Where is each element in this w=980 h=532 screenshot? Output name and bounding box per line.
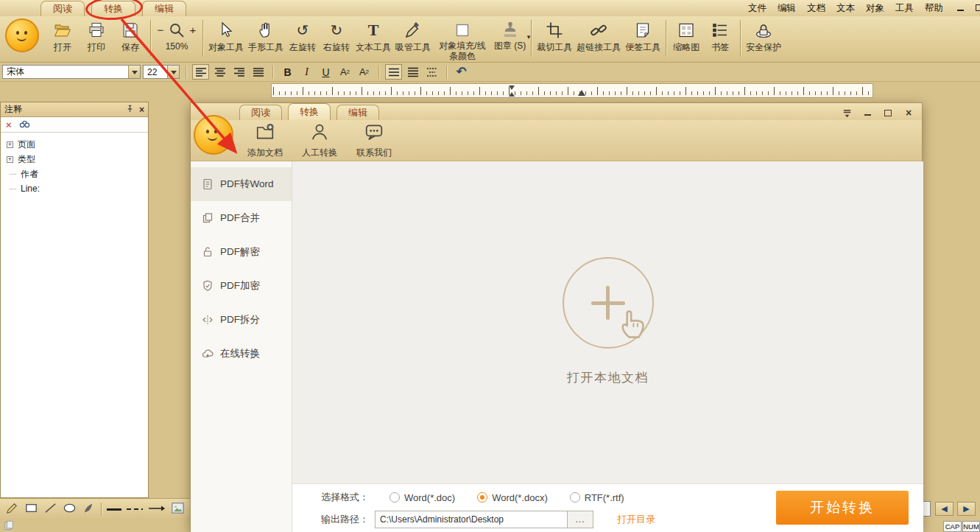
menu-item-3[interactable]: 文档 [807, 2, 825, 15]
find-annotation-icon[interactable] [19, 118, 30, 131]
main-tab-1[interactable]: 阅读 [40, 1, 85, 16]
superscript-button[interactable]: A2 [336, 64, 353, 80]
maximize-button[interactable] [882, 108, 894, 118]
align-right-button[interactable] [230, 64, 247, 80]
output-path-input[interactable] [375, 511, 568, 528]
pen-tool-icon[interactable] [82, 501, 96, 517]
add-document-button[interactable]: 添加文档 [244, 122, 286, 159]
open-directory-link[interactable]: 打开目录 [617, 513, 655, 526]
align-center-button[interactable] [211, 64, 228, 80]
delete-annotation-icon[interactable]: × [6, 120, 12, 130]
minimize-button[interactable] [953, 2, 967, 13]
converter-nav-item-3[interactable]: PDF解密 [191, 235, 292, 269]
menu-item-4[interactable]: 文本 [836, 2, 855, 15]
subscript-button[interactable]: A2 [356, 64, 373, 80]
skin-menu-icon[interactable] [841, 108, 853, 118]
align-left-button[interactable] [192, 64, 209, 80]
tab-marker[interactable] [578, 90, 585, 96]
align-justify-button[interactable] [250, 64, 267, 80]
menu-item-7[interactable]: 帮助 [925, 2, 943, 15]
menu-item-5[interactable]: 对象 [866, 2, 884, 15]
bookmark-button[interactable]: 书签 [703, 18, 737, 55]
thumbnail-button[interactable]: 缩略图 [669, 18, 703, 55]
tree-item-2[interactable]: +类型 [7, 152, 148, 167]
previous-page-button[interactable]: ◀ [935, 502, 953, 516]
converter-nav-item-1[interactable]: PDF转Word [191, 167, 292, 201]
line-tool-icon[interactable] [43, 501, 57, 517]
ruler-major-ticks [273, 87, 871, 95]
image-tool-icon[interactable] [171, 501, 185, 517]
start-convert-button[interactable]: 开始转换 [776, 491, 909, 525]
dashed-line-style[interactable] [127, 508, 143, 510]
text-tool-button[interactable]: T文本工具 [353, 18, 393, 55]
tree-item-4[interactable]: Line: [7, 181, 148, 196]
converter-nav-item-5[interactable]: PDF拆分 [191, 303, 292, 337]
line-spacing-1-button[interactable] [385, 64, 402, 80]
italic-button[interactable]: I [298, 64, 315, 80]
eyedropper-tool-button[interactable]: 吸管工具 [393, 18, 433, 55]
converter-tab-2[interactable]: 转换 [288, 103, 331, 120]
rotate-right-button[interactable]: ↻右旋转 [320, 18, 353, 55]
dropzone[interactable]: 打开本地文档 [292, 161, 923, 483]
line-spacing-2-button[interactable] [423, 64, 440, 80]
bold-button[interactable]: B [279, 64, 296, 80]
hyperlink-tool-button[interactable]: 超链接工具 [574, 18, 623, 55]
menu-item-2[interactable]: 编辑 [778, 2, 796, 15]
underline-button[interactable]: U [317, 64, 334, 80]
tree-item-1[interactable]: +页面 [7, 137, 148, 152]
undo-button[interactable]: ↶ [453, 64, 470, 80]
ellipse-tool-icon[interactable] [63, 501, 77, 517]
format-radio-2[interactable]: Word(*.docx) [477, 492, 548, 503]
add-file-circle[interactable] [563, 257, 654, 349]
main-tab-2[interactable]: 转换 [91, 1, 135, 16]
rectangle-tool-icon[interactable] [24, 501, 38, 517]
solid-line-style[interactable] [107, 508, 121, 511]
format-radio-3[interactable]: RTF(*.rtf) [570, 492, 624, 503]
tree-item-3[interactable]: 作者 [7, 167, 148, 181]
zoom-controls[interactable]: −+150% [154, 18, 200, 53]
next-page-button[interactable]: ▶ [957, 502, 976, 516]
close-panel-icon[interactable]: × [139, 105, 144, 114]
browse-button[interactable]: ... [567, 511, 593, 528]
pin-icon[interactable] [126, 105, 134, 115]
font-family-value: 宋体 [7, 66, 24, 78]
expand-icon[interactable]: + [7, 141, 13, 148]
save-button[interactable]: 保存 [113, 18, 147, 55]
zoom-in-button[interactable]: + [188, 24, 197, 36]
contact-us-button[interactable]: 联系我们 [353, 122, 395, 159]
dropdown-arrow-icon[interactable]: ▾ [527, 33, 531, 41]
converter-nav-item-2[interactable]: PDF合并 [191, 201, 292, 235]
converter-tab-1[interactable]: 阅读 [239, 105, 282, 120]
zoom-out-button[interactable]: − [156, 24, 165, 36]
close-button[interactable]: × [903, 108, 914, 118]
fill-line-color-tool-button[interactable]: 对象填充/线条颜色 [433, 18, 492, 63]
converter-nav-item-6[interactable]: 在线转换 [191, 337, 292, 371]
maximize-button[interactable] [973, 2, 980, 13]
main-tab-3[interactable]: 编辑 [142, 1, 186, 16]
pencil-tool-icon[interactable] [5, 501, 19, 517]
crop-tool-button[interactable]: 裁切工具 [535, 18, 574, 55]
open-button[interactable]: 打开 [46, 18, 80, 55]
stamp-tool-button[interactable]: 图章 (S)▾ [492, 18, 528, 53]
chevron-down-icon[interactable] [128, 66, 140, 78]
minimize-button[interactable] [861, 108, 873, 118]
format-radio-1[interactable]: Word(*.doc) [389, 492, 455, 503]
rotate-left-button[interactable]: ↺左旋转 [286, 18, 320, 55]
indent-marker[interactable] [509, 85, 515, 97]
font-family-select[interactable]: 宋体 [2, 65, 141, 79]
arrow-line-style[interactable] [148, 504, 166, 514]
menu-item-6[interactable]: 工具 [895, 2, 914, 15]
font-size-select[interactable]: 22 [143, 65, 180, 79]
security-button[interactable]: 安全保护 [744, 18, 783, 55]
print-button[interactable]: 打印 [80, 18, 113, 55]
converter-nav-item-4[interactable]: PDF加密 [191, 269, 292, 303]
object-tool-button[interactable]: 对象工具 [206, 18, 246, 55]
note-tool-button[interactable]: 便签工具 [623, 18, 663, 55]
line-spacing-15-button[interactable] [404, 64, 421, 80]
hand-tool-button[interactable]: 手形工具 [246, 18, 286, 55]
menu-item-1[interactable]: 文件 [748, 2, 766, 15]
converter-tab-3[interactable]: 编辑 [336, 105, 379, 120]
manual-convert-button[interactable]: 人工转换 [298, 122, 341, 159]
chevron-down-icon[interactable] [167, 66, 179, 78]
expand-icon[interactable]: + [7, 156, 13, 163]
